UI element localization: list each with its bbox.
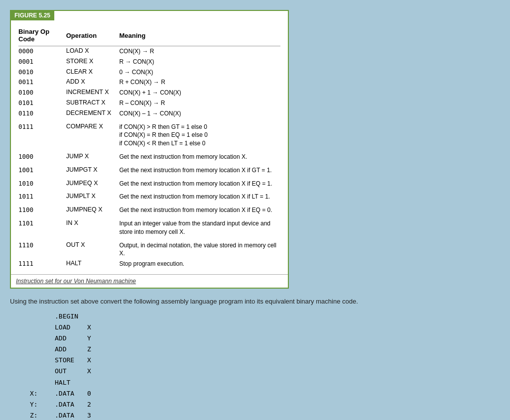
code-arg: Z [87,344,91,355]
code-line: STOREX [30,355,500,366]
table-row: 0000LOAD XCON(X) → R [18,46,280,57]
cell-binary-code: 1110 [18,237,62,259]
code-indent [45,311,55,322]
cell-binary-code: 1000 [18,149,62,162]
code-label [30,344,45,355]
code-indent [45,322,55,333]
code-indent [45,344,55,355]
code-cmd: .DATA [55,388,87,399]
figure-caption: Instruction set for our Von Neumann mach… [11,274,288,288]
code-label [30,355,45,366]
table-row: 1001JUMPGT XGet the next instruction fro… [18,162,280,176]
code-label: Z: [30,410,45,420]
table-row: 1011JUMPLT XGet the next instruction fro… [18,189,280,202]
cell-operation: JUMPEQ X [62,176,116,189]
code-arg: 2 [87,399,91,410]
cell-meaning: Input an integer value from the standard… [115,215,280,237]
cell-binary-code: 1111 [18,259,62,269]
code-indent [45,388,55,399]
figure-label: FIGURE 5.25 [10,10,54,20]
code-line: X:.DATA0 [30,388,500,399]
table-row: 1111HALTStop program execution. [18,259,280,269]
table-wrapper: Binary Op Code Operation Meaning 0000LOA… [11,21,288,274]
cell-meaning: Get the next instruction from memory loc… [115,202,280,215]
cell-meaning: Stop program execution. [115,259,280,269]
table-row: 1100JUMPNEQ XGet the next instruction fr… [18,202,280,215]
code-label: Y: [30,399,45,410]
cell-binary-code: 0010 [18,67,62,78]
cell-binary-code: 0000 [18,46,62,57]
cell-meaning: R – CON(X) → R [115,98,280,108]
table-row: 0100INCREMENT XCON(X) + 1 → CON(X) [18,88,280,98]
code-indent [45,410,55,420]
cell-operation: COMPARE X [62,119,116,149]
code-arg: Y [87,333,91,344]
code-line: HALT [30,377,500,388]
code-arg: 0 [87,388,91,399]
code-arg: X [87,322,91,333]
cell-binary-code: 0110 [18,108,62,119]
cell-operation: SUBTRACT X [62,98,116,108]
table-row: 0001STORE XR → CON(X) [18,57,280,67]
cell-meaning: CON(X) → R [115,46,280,57]
cell-meaning: Get the next instruction from memory loc… [115,176,280,189]
code-label [30,322,45,333]
figure-container: FIGURE 5.25 Binary Op Code Operation Mea… [10,10,289,289]
cell-meaning: Output, in decimal notation, the value s… [115,237,280,259]
cell-operation: CLEAR X [62,67,116,78]
table-row: 1110OUT XOutput, in decimal notation, th… [18,237,280,259]
cell-meaning: CON(X) + 1 → CON(X) [115,88,280,98]
cell-meaning: if CON(X) > R then GT = 1 else 0if CON(X… [115,119,280,149]
cell-meaning: 0 → CON(X) [115,67,280,78]
code-cmd: .BEGIN [55,311,87,322]
code-label [30,311,45,322]
cell-binary-code: 0100 [18,88,62,98]
table-row: 1010JUMPEQ XGet the next instruction fro… [18,176,280,189]
instruction-table: Binary Op Code Operation Meaning 0000LOA… [18,26,280,269]
code-cmd: LOAD [55,322,87,333]
code-cmd: ADD [55,333,87,344]
code-cmd: STORE [55,355,87,366]
cell-binary-code: 0101 [18,98,62,108]
cell-binary-code: 0001 [18,57,62,67]
col-header-binary: Binary Op Code [18,26,62,46]
table-row: 0011ADD XR + CON(X) → R [18,77,280,88]
table-row: 0111COMPARE Xif CON(X) > R then GT = 1 e… [18,119,280,149]
cell-operation: ADD X [62,77,116,88]
code-cmd: OUT [55,366,87,377]
code-cmd: HALT [55,377,87,388]
code-cmd: .DATA [55,410,87,420]
code-line: LOADX [30,322,500,333]
cell-meaning: Get the next instruction from memory loc… [115,189,280,202]
code-indent [45,399,55,410]
cell-operation: DECREMENT X [62,108,116,119]
cell-operation: IN X [62,215,116,237]
cell-binary-code: 1100 [18,202,62,215]
code-line: Y:.DATA2 [30,399,500,410]
code-indent [45,377,55,388]
cell-meaning: Get the next instruction from memory loc… [115,149,280,162]
cell-binary-code: 0011 [18,77,62,88]
code-label [30,377,45,388]
table-row: 1101IN XInput an integer value from the … [18,215,280,237]
cell-operation: OUT X [62,237,116,259]
cell-binary-code: 0111 [18,119,62,149]
cell-operation: HALT [62,259,116,269]
cell-operation: JUMP X [62,149,116,162]
code-arg: 3 [87,410,91,420]
instruction-text: Using the instruction set above convert … [10,298,500,305]
cell-operation: INCREMENT X [62,88,116,98]
col-header-operation: Operation [62,26,116,46]
code-label [30,366,45,377]
cell-operation: LOAD X [62,46,116,57]
code-indent [45,355,55,366]
code-arg: X [87,355,91,366]
cell-meaning: Get the next instruction from memory loc… [115,162,280,176]
table-row: 0010CLEAR X0 → CON(X) [18,67,280,78]
code-cmd: .DATA [55,399,87,410]
cell-meaning: R + CON(X) → R [115,77,280,88]
cell-meaning: CON(X) – 1 → CON(X) [115,108,280,119]
cell-binary-code: 1010 [18,176,62,189]
cell-meaning: R → CON(X) [115,57,280,67]
table-row: 0110DECREMENT XCON(X) – 1 → CON(X) [18,108,280,119]
